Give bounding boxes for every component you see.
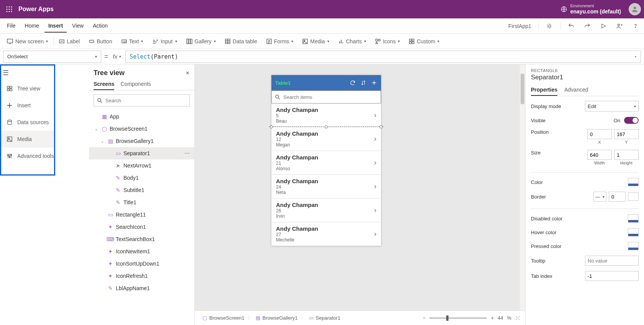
breadcrumb-separator1[interactable]: ▭Separator1 <box>306 314 343 322</box>
menu-action[interactable]: Action <box>89 20 112 33</box>
expand-icon[interactable]: ⌄ <box>100 139 105 143</box>
share-button[interactable] <box>614 21 625 31</box>
height-input[interactable] <box>614 150 639 160</box>
environment-picker[interactable]: Environment enayu.com (default) <box>560 3 621 15</box>
border-style-select[interactable]: —▾ <box>593 192 606 202</box>
media-dropdown[interactable]: Media▾ <box>299 37 333 46</box>
expand-icon[interactable]: ⌄ <box>94 127 99 131</box>
icons-dropdown[interactable]: Icons▾ <box>371 37 404 46</box>
close-icon[interactable]: ✕ <box>186 70 190 76</box>
rail-media[interactable]: Media <box>1 131 54 148</box>
tree-item-title1[interactable]: ✎Title1 <box>89 196 194 208</box>
button-button[interactable]: Button <box>85 37 116 46</box>
preview-search[interactable] <box>271 90 381 103</box>
tree-item-textsearchbox1[interactable]: ⌨TextSearchBox1 <box>89 233 194 245</box>
tree-item-lblappname1[interactable]: ✎LblAppName1 <box>89 282 194 294</box>
new-screen-button[interactable]: New screen▾ <box>3 37 52 46</box>
pressed-color-picker[interactable] <box>628 242 639 250</box>
chevron-right-icon[interactable]: › <box>374 230 376 238</box>
gallery-item[interactable]: Andy Champan5Beau› <box>271 103 381 127</box>
rail-data-sources[interactable]: Data sources <box>1 114 54 131</box>
hover-color-picker[interactable] <box>628 228 639 236</box>
waffle-launcher[interactable] <box>3 3 15 15</box>
label-button[interactable]: Label <box>55 37 84 46</box>
tree-item-nextarrow1[interactable]: ➤NextArrow1 <box>89 159 194 172</box>
tree-item-separator1[interactable]: ▭Separator1⋯ <box>89 147 194 159</box>
data-table-button[interactable]: Data table <box>221 37 261 46</box>
rail-advanced-tools[interactable]: Advanced tools <box>1 148 54 164</box>
border-color-picker[interactable] <box>628 192 639 201</box>
redo-button[interactable] <box>582 21 593 31</box>
gallery-item[interactable]: Andy Champan27Mechelle› <box>271 222 381 246</box>
chevron-right-icon[interactable]: › <box>374 182 376 190</box>
hamburger-icon[interactable]: ☰ <box>1 66 54 80</box>
preview-search-input[interactable] <box>283 94 378 100</box>
tree-item-searchicon1[interactable]: ✦SearchIcon1 <box>89 221 194 233</box>
user-avatar[interactable] <box>629 3 641 15</box>
breadcrumb-browsegallery1[interactable]: ▤BrowseGallery1 <box>253 314 301 322</box>
text-dropdown[interactable]: abText▾ <box>118 37 147 46</box>
help-button[interactable] <box>630 21 641 31</box>
undo-button[interactable] <box>566 21 577 31</box>
zoom-slider[interactable] <box>429 317 487 319</box>
tree-search[interactable] <box>94 94 190 107</box>
tree-item-iconnewitem1[interactable]: ✦IconNewItem1 <box>89 245 194 258</box>
width-input[interactable] <box>587 150 612 160</box>
tree-item-app[interactable]: ▦App <box>89 110 194 123</box>
breadcrumb-browsescreen1[interactable]: ▢BrowseScreen1 <box>199 314 248 322</box>
position-y-input[interactable] <box>614 129 639 139</box>
tree-item-iconrefresh1[interactable]: ✦IconRefresh1 <box>89 270 194 282</box>
menu-file[interactable]: File <box>3 20 20 33</box>
fx-button[interactable]: fx▾ <box>112 53 123 60</box>
tree-item-body1[interactable]: ✎Body1 <box>89 172 194 184</box>
gallery-item[interactable]: Andy Champan24Neta› <box>271 175 381 199</box>
zoom-in-button[interactable]: + <box>491 315 494 321</box>
gallery-item[interactable]: Andy Champan21Alonso› <box>271 151 381 175</box>
border-width-input[interactable] <box>609 192 626 202</box>
canvas-scrollbar[interactable] <box>520 64 525 310</box>
display-mode-select[interactable]: Edit▾ <box>585 101 639 112</box>
formula-input[interactable]: Select(Parent) ▾ <box>125 51 641 63</box>
refresh-icon[interactable] <box>350 80 356 86</box>
gallery-item[interactable]: Andy Champan26Irvin› <box>271 199 381 222</box>
custom-dropdown[interactable]: Custom▾ <box>405 37 443 46</box>
prop-tab-advanced[interactable]: Advanced <box>564 84 588 96</box>
forms-dropdown[interactable]: Forms▾ <box>263 37 297 46</box>
menu-view[interactable]: View <box>68 20 87 33</box>
more-icon[interactable]: ⋯ <box>184 150 190 156</box>
zoom-out-button[interactable]: − <box>423 315 426 321</box>
tabindex-input[interactable] <box>585 271 639 281</box>
chevron-right-icon[interactable]: › <box>374 111 376 119</box>
add-icon[interactable] <box>371 80 377 86</box>
tree-item-browsescreen1[interactable]: ⌄▢BrowseScreen1 <box>89 123 194 135</box>
tree-item-iconsortupdown1[interactable]: ✦IconSortUpDown1 <box>89 258 194 270</box>
rail-insert[interactable]: Insert <box>1 97 54 114</box>
tree-item-subtitle1[interactable]: ✎Subtitle1 <box>89 184 194 196</box>
tooltip-input[interactable] <box>585 256 639 266</box>
menu-home[interactable]: Home <box>21 20 43 33</box>
play-button[interactable] <box>598 21 609 31</box>
tree-item-browsegallery1[interactable]: ⌄▤BrowseGallery1 <box>89 135 194 147</box>
chevron-right-icon[interactable]: › <box>374 206 376 214</box>
sort-icon[interactable] <box>360 80 366 86</box>
app-checker-icon[interactable] <box>544 21 555 31</box>
rail-tree-view[interactable]: Tree view <box>1 80 54 97</box>
position-x-input[interactable] <box>587 129 612 139</box>
document-name[interactable]: FirstApp1 <box>508 23 531 29</box>
gallery-item[interactable]: Andy Champan12Megan› <box>271 127 381 151</box>
fit-to-window-button[interactable] <box>515 315 521 321</box>
input-dropdown[interactable]: Input▾ <box>148 37 181 46</box>
chevron-right-icon[interactable]: › <box>374 135 376 143</box>
canvas[interactable]: Table1 Andy Champan5Beau›Andy Champan12M… <box>195 64 525 310</box>
menu-insert[interactable]: Insert <box>44 20 67 33</box>
tree-tab-components[interactable]: Components <box>120 79 151 90</box>
tree-tab-screens[interactable]: Screens <box>94 79 114 90</box>
property-selector[interactable]: OnSelect▾ <box>3 51 101 63</box>
visible-toggle[interactable] <box>624 117 639 124</box>
chevron-right-icon[interactable]: › <box>374 159 376 167</box>
charts-dropdown[interactable]: Charts▾ <box>335 37 370 46</box>
control-name[interactable]: Separator1 <box>531 74 639 81</box>
prop-tab-properties[interactable]: Properties <box>531 84 557 96</box>
gallery-dropdown[interactable]: Gallery▾ <box>182 37 220 46</box>
disabled-color-picker[interactable] <box>628 214 639 223</box>
